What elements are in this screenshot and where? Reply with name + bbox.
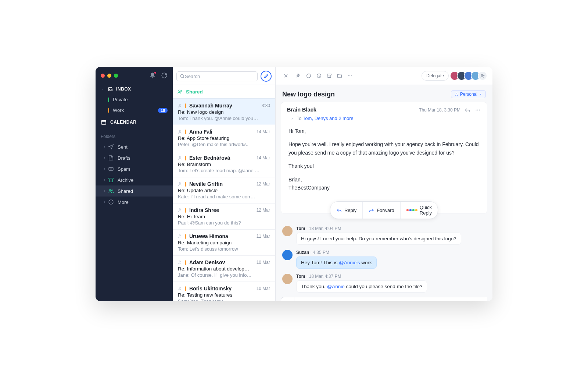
clock-icon: [316, 73, 322, 79]
sidebar-item-archive[interactable]: Archive: [96, 174, 173, 185]
sidebar-item-more[interactable]: More: [96, 197, 173, 208]
sender-name: Brain Black: [287, 107, 316, 113]
thread-item[interactable]: Adam Denisov 10 Mar Re: Information abou…: [173, 256, 275, 282]
user-plus-icon: [480, 73, 485, 78]
svg-point-18: [179, 261, 181, 262]
thread-sender: Ester Bednářová: [189, 155, 230, 161]
folder-label: Spam: [118, 166, 130, 172]
svg-point-23: [348, 75, 349, 76]
action-label: Quick Reply: [420, 205, 432, 216]
comment-meta: Tom · 18 Mar, 4:04 PM: [296, 226, 461, 231]
thread-time: 3:30: [262, 103, 270, 108]
svg-point-13: [179, 130, 181, 132]
quick-reply-button[interactable]: Quick Reply: [400, 202, 438, 219]
more-actions-button[interactable]: [345, 71, 355, 81]
mention[interactable]: @Annie: [327, 284, 345, 289]
delegate-button[interactable]: Delegate: [422, 71, 449, 81]
thread-item[interactable]: Anna Fali 14 Mar Re: App Store featuring…: [173, 125, 275, 151]
svg-point-30: [479, 110, 480, 110]
comment-meta: Tom · 18 Mar, 4:37 PM: [296, 274, 427, 279]
thread-item[interactable]: Ester Bednářová 14 Mar Re: Brainstorm To…: [173, 151, 275, 177]
pin-button[interactable]: [293, 71, 304, 81]
mark-button[interactable]: [304, 71, 314, 81]
message-timestamp: Thu Mar 18, 3:30 PM: [419, 107, 460, 113]
svg-point-6: [110, 202, 110, 202]
svg-point-14: [179, 156, 181, 158]
close-window-button[interactable]: [101, 74, 105, 78]
sidebar-item-spam[interactable]: Spam: [96, 163, 173, 174]
user-icon: [454, 92, 459, 96]
inbox-label: INBOX: [116, 86, 131, 92]
svg-point-29: [477, 110, 478, 110]
thread-item[interactable]: Uruewa Himona 11 Mar Re: Marketing campa…: [173, 230, 275, 256]
svg-point-16: [179, 209, 181, 210]
mention[interactable]: @Annie's: [339, 260, 360, 265]
priority-bar: [185, 260, 186, 265]
minimize-window-button[interactable]: [107, 74, 111, 78]
message-composer: [281, 297, 487, 301]
sync-button[interactable]: [161, 72, 168, 79]
comment-bubble: Hi guys! I need your help. Do you rememb…: [296, 233, 461, 245]
thread-preview: Tom: Thank you. @Annie could you…: [178, 116, 270, 121]
people-icon: [178, 260, 183, 265]
thread-list[interactable]: Savannah Murray 3:30 Re: New logo design…: [173, 99, 275, 301]
sidebar-item-private[interactable]: Private: [96, 94, 173, 105]
thread-item[interactable]: Neville Griffin 12 Mar Re: Update articl…: [173, 177, 275, 204]
message-more-button[interactable]: [474, 107, 481, 113]
unread-count-badge: 10: [158, 108, 168, 113]
search-field[interactable]: [176, 71, 258, 81]
svg-point-10: [179, 90, 180, 91]
reply-icon-button[interactable]: [464, 107, 471, 113]
maximize-window-button[interactable]: [114, 74, 118, 78]
close-button[interactable]: [281, 71, 291, 81]
svg-point-9: [180, 74, 183, 77]
forward-icon: [369, 207, 374, 213]
compose-button[interactable]: [261, 71, 272, 82]
thread-title-row: New logo design Personal: [276, 85, 492, 102]
inbox-icon: [107, 86, 113, 92]
thread-time: 14 Mar: [257, 155, 270, 160]
notifications-button[interactable]: [149, 72, 156, 79]
search-input[interactable]: [185, 74, 254, 79]
more-icon: [108, 199, 114, 205]
action-label: Forward: [377, 208, 394, 213]
snooze-button[interactable]: [314, 71, 324, 81]
thread-item[interactable]: Savannah Murray 3:30 Re: New logo design…: [173, 99, 275, 125]
tag-chip[interactable]: Personal: [451, 90, 486, 98]
thread-item[interactable]: Boris Ukhtomsky 10 Mar Re: Testing new f…: [173, 282, 275, 301]
color-bar: [108, 98, 109, 102]
svg-point-26: [481, 74, 483, 76]
add-participant-button[interactable]: [478, 71, 487, 81]
sidebar-item-work[interactable]: Work 10: [96, 105, 173, 116]
archive-button[interactable]: [324, 71, 334, 81]
people-icon: [178, 181, 183, 187]
svg-point-7: [111, 202, 111, 202]
avatar: [282, 274, 293, 284]
attach-button[interactable]: [281, 297, 294, 301]
inbox-section[interactable]: INBOX: [96, 82, 173, 94]
sidebar-item-sent[interactable]: Sent: [96, 141, 173, 152]
recipients-row[interactable]: › To Tom, Denys and 2 more: [281, 116, 487, 124]
thread-sender: Boris Ukhtomsky: [189, 286, 232, 291]
forward-button[interactable]: Forward: [362, 202, 400, 219]
people-icon: [178, 129, 183, 134]
chevron-right-icon: [103, 189, 107, 193]
avatar: [282, 226, 293, 236]
sidebar-item-shared[interactable]: Shared: [96, 185, 173, 197]
chevron-down-icon: [479, 92, 483, 96]
thread-sender: Anna Fali: [189, 129, 212, 135]
move-button[interactable]: [334, 71, 345, 81]
thread-preview: Tom: Let's create road map. @Jane …: [178, 168, 270, 173]
reply-button[interactable]: Reply: [330, 202, 362, 219]
folder-icon: [337, 73, 343, 79]
sidebar: INBOX Private Work 10 CALENDAR Folders S…: [96, 67, 173, 301]
thread-item[interactable]: Indira Shree 12 Mar Re: Hi Team Paul: @S…: [173, 204, 275, 230]
participants-avatars: [452, 71, 487, 81]
folders-section-label: Folders: [96, 129, 173, 141]
shared-icon: [177, 89, 183, 95]
sidebar-item-drafts[interactable]: Drafts: [96, 152, 173, 163]
sidebar-item-calendar[interactable]: CALENDAR: [96, 116, 173, 129]
recipients-link[interactable]: Tom, Denys and 2 more: [303, 116, 354, 121]
chevron-right-icon: [103, 200, 107, 204]
composer-input[interactable]: [294, 297, 487, 301]
